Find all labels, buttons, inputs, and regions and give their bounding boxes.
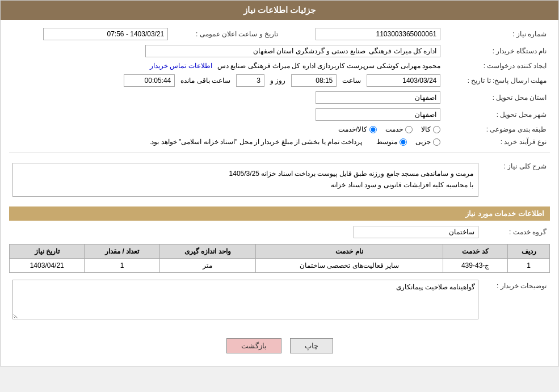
value-tosehat: [9, 277, 482, 328]
textarea-tosehat[interactable]: [12, 280, 478, 319]
page-wrapper: جزئیات اطلاعات نیاز شماره نیاز : تاریخ و…: [0, 0, 559, 366]
table-header-row: ردیف کد خدمت نام خدمت واحد اندازه گیری ت…: [10, 245, 550, 259]
text-ijadKonande: محمود مهرابی کوشکی سرپرست کاربردازی ادار…: [217, 62, 440, 70]
radio-jozyi-input[interactable]: [433, 138, 440, 146]
input-tarikhoSaat[interactable]: [43, 28, 168, 40]
rooz-label: روز و: [270, 77, 285, 85]
radio-motavaset: متوسط: [376, 138, 407, 146]
sharh-description: مرمت و ساماندهی مسجد جامع ورزنه طبق فایل…: [12, 163, 478, 197]
input-namDastgah[interactable]: [145, 45, 440, 57]
value-noeFarayand: جزیی متوسط پرداخت تمام یا بخشی از مبلغ خ…: [9, 136, 444, 148]
row-ijadKonande: ایجاد کننده درخواست : محمود مهرابی کوشکی…: [9, 60, 550, 72]
sharh-line2: با محاسبه کلیه افزایشات قانونی و سود اسن…: [331, 181, 473, 189]
link-tamas-khardar[interactable]: اطلاعات تماس خریدار: [150, 62, 212, 70]
grohe-table: گروه خدمت :: [9, 224, 550, 241]
input-rooz[interactable]: [236, 74, 264, 87]
label-ostan: استان محل تحویل :: [444, 89, 550, 106]
row-noeFarayand: نوع فرآیند خرید : جزیی متوسط پرداخت تمام…: [9, 136, 550, 148]
print-button[interactable]: چاپ: [290, 338, 333, 353]
label-noeFarayand: نوع فرآیند خرید :: [444, 136, 550, 148]
value-ijadKonande: محمود مهرابی کوشکی سرپرست کاربردازی ادار…: [9, 60, 444, 72]
sharh-table: شرح کلی نیاز : مرمت و ساماندهی مسجد جامع…: [9, 158, 550, 202]
radio-kala-khedmat-input[interactable]: [369, 126, 377, 133]
label-namDastgah: نام دستگاه خریدار :: [444, 43, 550, 60]
label-mohlat: مهلت ارسال پاسخ: تا تاریخ :: [444, 72, 550, 89]
value-groheKhedmat: [9, 224, 482, 241]
page-header: جزئیات اطلاعات نیاز: [1, 1, 558, 20]
value-shomareNiaz: [281, 26, 444, 43]
cell-vahed: متر: [159, 259, 256, 273]
radio-khedmat-label: خدمت: [385, 125, 403, 133]
radio-kala-khedmat-label: کالا/خدمت: [338, 125, 367, 133]
th-tarikh: تاریخ نیاز: [10, 245, 85, 259]
row-ostan: استان محل تحویل :: [9, 89, 550, 106]
label-ijadKonande: ایجاد کننده درخواست :: [444, 60, 550, 72]
value-ostan: [9, 89, 444, 106]
radio-khedmat: خدمت: [385, 125, 413, 133]
th-vahed: واحد اندازه گیری: [159, 245, 256, 259]
row-tosehat: توضیحات خریدار :: [9, 277, 550, 328]
radio-motavaset-label: متوسط: [376, 138, 397, 146]
bottom-buttons: چاپ بازگشت: [9, 331, 550, 360]
services-table-body: 1 ج-43-439 سایر فعالیت‌های تخصصی ساختمان…: [10, 259, 550, 273]
tosehat-text: [12, 321, 478, 326]
row-mohlat: مهلت ارسال پاسخ: تا تاریخ : ساعت روز و س…: [9, 72, 550, 89]
services-section-title: اطلاعات خدمات مورد نیاز: [9, 206, 550, 221]
services-table-head: ردیف کد خدمت نام خدمت واحد اندازه گیری ت…: [10, 245, 550, 259]
input-shahr[interactable]: [316, 108, 440, 121]
page-title: جزئیات اطلاعات نیاز: [243, 5, 316, 15]
tosehat-table: توضیحات خریدار :: [9, 277, 550, 328]
cell-kodKhedmat: ج-43-439: [443, 259, 508, 273]
input-shomareNiaz[interactable]: [316, 28, 440, 40]
tabaqe-radio-group: کالا خدمت کالا/خدمت: [12, 125, 440, 133]
input-saat[interactable]: [291, 74, 337, 87]
radio-khedmat-input[interactable]: [405, 126, 413, 133]
th-namKhedmat: نام خدمت: [256, 245, 443, 259]
farayand-radio-group: جزیی متوسط پرداخت تمام یا بخشی از مبلغ خ…: [12, 138, 440, 146]
label-tosehat: توضیحات خریدار :: [482, 277, 550, 328]
row-sharh: شرح کلی نیاز : مرمت و ساماندهی مسجد جامع…: [9, 158, 550, 202]
row-groheKhedmat: گروه خدمت :: [9, 224, 550, 241]
radio-jozyi-label: جزیی: [415, 138, 431, 146]
info-table: شماره نیاز : تاریخ و ساعت اعلان عمومی : …: [9, 26, 550, 148]
row-namDastgah: نام دستگاه خریدار :: [9, 43, 550, 60]
th-radif: ردیف: [508, 245, 550, 259]
radio-motavaset-input[interactable]: [400, 138, 407, 146]
row-tabaqe: طبقه بندی موضوعی : کالا خدمت: [9, 123, 550, 136]
label-tarikhoSaat: تاریخ و ساعت اعلان عمومی :: [171, 26, 281, 43]
back-button[interactable]: بازگشت: [226, 338, 281, 353]
cell-namKhedmat: سایر فعالیت‌های تخصصی ساختمان: [256, 259, 443, 273]
row-shahr: شهر محل تحویل :: [9, 106, 550, 123]
th-tedad: تعداد / مقدار: [85, 245, 159, 259]
label-tabaqe: طبقه بندی موضوعی :: [444, 123, 550, 136]
value-mohlat: ساعت روز و ساعت باقی مانده: [9, 72, 444, 89]
content-area: شماره نیاز : تاریخ و ساعت اعلان عمومی : …: [1, 20, 558, 366]
value-shahr: [9, 106, 444, 123]
value-sharh: مرمت و ساماندهی مسجد جامع ورزنه طبق فایل…: [9, 158, 482, 202]
cell-tarikh: 1403/04/21: [10, 259, 85, 273]
cell-tedad: 1: [85, 259, 159, 273]
cell-radif: 1: [508, 259, 550, 273]
farayand-note: پرداخت تمام یا بخشی از مبلغ خریدار از مح…: [149, 138, 362, 146]
mohlat-row: ساعت روز و ساعت باقی مانده: [12, 74, 440, 87]
radio-kala: کالا: [421, 125, 440, 133]
label-sharh: شرح کلی نیاز :: [482, 158, 550, 202]
value-tabaqe: کالا خدمت کالا/خدمت: [9, 123, 444, 136]
input-baghimande[interactable]: [124, 74, 175, 87]
input-tarikh[interactable]: [367, 74, 440, 87]
input-ostan[interactable]: [316, 91, 440, 104]
label-groheKhedmat: گروه خدمت :: [482, 224, 550, 241]
input-groheKhedmat[interactable]: [354, 226, 478, 238]
label-shomareNiaz: شماره نیاز :: [444, 26, 550, 43]
sharh-line1: مرمت و ساماندهی مسجد جامع ورزنه طبق فایل…: [229, 170, 473, 178]
baghimande-label: ساعت باقی مانده: [180, 77, 230, 85]
row-shomareNiaz: شماره نیاز : تاریخ و ساعت اعلان عمومی :: [9, 26, 550, 43]
radio-kala-input[interactable]: [433, 126, 440, 133]
radio-kala-khedmat: کالا/خدمت: [338, 125, 377, 133]
value-tarikhoSaat: [9, 26, 171, 43]
radio-jozyi: جزیی: [415, 138, 440, 146]
divider-1: [9, 153, 550, 153]
services-table: ردیف کد خدمت نام خدمت واحد اندازه گیری ت…: [9, 244, 550, 273]
saat-label: ساعت: [342, 77, 361, 85]
radio-kala-label: کالا: [421, 125, 431, 133]
